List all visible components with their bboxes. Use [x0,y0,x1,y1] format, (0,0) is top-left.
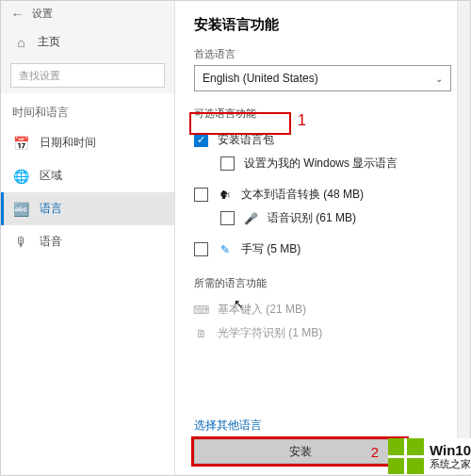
language-dropdown[interactable]: English (United States) ⌄ [194,65,451,91]
annotation-number-2: 2 [371,444,379,460]
required-features-label: 所需的语言功能 [194,276,451,290]
watermark-logo-icon [388,438,424,474]
nav-date-time[interactable]: 📅 日期和时间 [1,126,174,159]
chevron-down-icon: ⌄ [435,74,443,84]
required-label: 光学字符识别 (1 MB) [218,325,322,341]
checkbox-set-display[interactable] [220,156,235,171]
watermark-line2: 系统之家 [430,458,471,470]
nav-region[interactable]: 🌐 区域 [1,159,174,192]
calendar-icon: 📅 [14,136,28,150]
option-label: 文本到语音转换 (48 MB) [241,187,364,203]
option-label: 语音识别 (61 MB) [268,210,356,226]
search-placeholder: 查找设置 [19,69,60,83]
dialog-title: 安装语言功能 [194,16,451,34]
speech-icon: 🎤 [244,211,258,225]
home-button[interactable]: ⌂ 主页 [1,26,174,57]
titlebar-label: 设置 [32,7,53,21]
globe-icon: 🌐 [14,169,28,183]
mic-icon: 🎙 [14,235,28,249]
search-input[interactable]: 查找设置 [10,63,165,88]
handwriting-icon: ✎ [218,242,232,256]
titlebar: ← 设置 [1,1,174,26]
option-set-display-language[interactable]: 设置为我的 Windows 显示语言 [194,152,451,175]
home-label: 主页 [38,34,60,50]
checkbox-install-pack[interactable]: ✓ [194,133,208,147]
language-value: English (United States) [203,72,318,85]
ocr-icon: 🗎 [194,326,208,340]
required-basic-typing: ⌨ 基本键入 (21 MB) [194,298,451,321]
keyboard-icon: ⌨ [194,303,208,317]
checkbox-handwriting[interactable] [194,242,208,256]
nav-label: 区域 [40,168,62,184]
back-icon[interactable]: ← [10,7,24,21]
nav-label: 日期和时间 [40,135,96,151]
language-icon: 🔤 [14,202,28,216]
left-pane: ← 设置 ⌂ 主页 查找设置 时间和语言 📅 日期和时间 🌐 区域 🔤 语言 [1,1,175,475]
install-language-dialog: 安装语言功能 首选语言 English (United States) ⌄ 可选… [175,1,470,475]
mouse-cursor-icon: ↖ [234,297,244,311]
required-ocr: 🗎 光学字符识别 (1 MB) [194,321,451,345]
home-icon: ⌂ [14,35,28,49]
install-button-label: 安装 [289,444,312,460]
section-label: 时间和语言 [1,93,174,126]
option-install-language-pack[interactable]: ✓ 安装语言包 [194,128,451,152]
option-label: 设置为我的 Windows 显示语言 [244,156,398,172]
nav-label: 语音 [40,234,62,250]
watermark-text: Win10 系统之家 [430,442,471,470]
nav-label: 语言 [40,201,62,217]
optional-features-label: 可选语言功能 [194,107,451,121]
option-label: 手写 (5 MB) [241,241,300,257]
option-label: 安装语言包 [218,132,274,148]
nav-list: 📅 日期和时间 🌐 区域 🔤 语言 🎙 语音 [1,126,174,475]
install-button[interactable]: 安装 2 [194,439,406,464]
watermark-line1: Win10 [430,442,471,458]
watermark: Win10 系统之家 [388,438,471,474]
checkbox-tts[interactable] [194,188,208,202]
nav-language[interactable]: 🔤 语言 [1,192,174,225]
preferred-language-label: 首选语言 [194,47,451,61]
nav-speech[interactable]: 🎙 语音 [1,225,174,258]
option-text-to-speech[interactable]: 🗣 文本到语音转换 (48 MB) [194,183,451,206]
choose-other-language-link[interactable]: 选择其他语言 [175,418,470,439]
annotation-number-1: 1 [298,112,306,129]
option-handwriting[interactable]: ✎ 手写 (5 MB) [194,238,451,261]
tts-icon: 🗣 [218,188,232,202]
checkbox-speech[interactable] [220,211,235,225]
dialog-content: 安装语言功能 首选语言 English (United States) ⌄ 可选… [175,1,470,418]
required-label: 基本键入 (21 MB) [218,302,306,318]
settings-window: ← 设置 ⌂ 主页 查找设置 时间和语言 📅 日期和时间 🌐 区域 🔤 语言 [0,0,471,476]
option-speech-recognition[interactable]: 🎤 语音识别 (61 MB) [194,206,451,230]
